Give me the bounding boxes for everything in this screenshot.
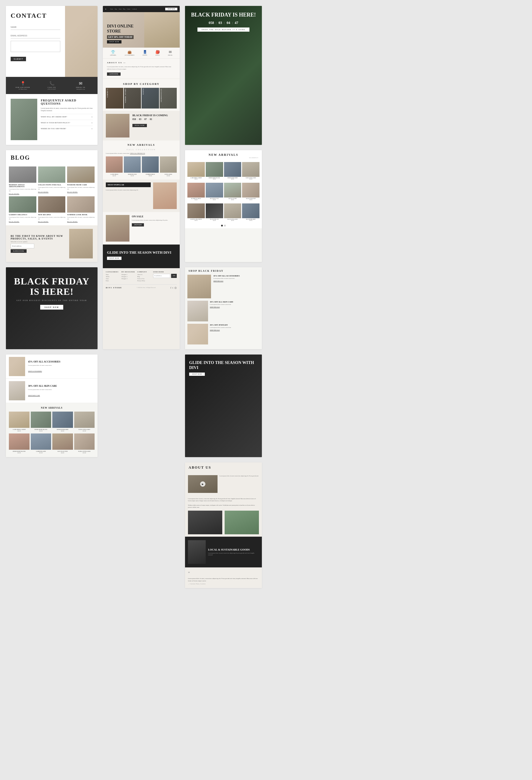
nav-link-lookbook[interactable]: Lookbook <box>132 8 137 10</box>
store-about-learn-more-button[interactable]: LEARN MORE <box>107 72 120 76</box>
blog-post-6: SUMMER LOOK BOOK Lorem ipsum dolor sit a… <box>67 196 95 223</box>
twitter-icon[interactable]: t <box>172 286 173 289</box>
contact-phone-sub: (555) 123-4567 <box>39 88 65 90</box>
right-about-card: ABOUT US ▶ Lorem ipsum dolor sit amet co… <box>185 462 262 588</box>
contact-submit-button[interactable]: SUBMIT <box>11 57 26 61</box>
category-sweat-shirts[interactable]: SWEAT SHIRTS <box>124 88 141 108</box>
footer-link-shop[interactable]: Shop <box>106 274 120 275</box>
blog-subscribe-button[interactable]: SUBSCRIBE <box>11 249 26 253</box>
play-button[interactable]: ▶ <box>200 481 205 487</box>
contact-location-item: 📍 OUR LOCATION 123 Main Street <box>8 80 37 91</box>
right-bf-hours: 03 <box>218 21 222 25</box>
store-icon-apparel: 👕APPAREL <box>110 50 116 56</box>
blog-post-2: COLLECTIONS FOR FALL Lorem ipsum dolor s… <box>38 166 66 195</box>
nav-link-about[interactable]: About <box>118 8 121 10</box>
faq-plus-icon-2: + <box>91 121 93 125</box>
mini-price-7: $24.00 <box>52 452 73 453</box>
blog-subscribe-section: BE THE FIRST TO KNOW ABOUT NEW PRODUCTS,… <box>6 225 98 262</box>
right-about-image-nature <box>225 510 259 534</box>
blog-read-more-2[interactable]: READ MORE <box>38 191 66 193</box>
store-footer-bottom: DIVI STORE © 2024 Divi Store. All Rights… <box>106 284 177 289</box>
nav-link-home[interactable]: Home <box>110 8 113 10</box>
blog-read-more-5[interactable]: READ MORE <box>38 221 66 222</box>
blog-subscribe-input[interactable] <box>11 244 34 248</box>
bf-hero-sub: GET OUR BIGGEST DISCOUNTS OF THE ENTIRE … <box>12 299 92 301</box>
footer-link-designer3[interactable]: Designer 3 <box>121 278 136 280</box>
right-glide-shop-button[interactable]: SHOP NOW <box>189 373 205 376</box>
right-na-item-6: BLACK HAT COAT $55.00 <box>206 183 223 200</box>
arrival-image-1 <box>106 156 123 173</box>
pagination-dot-1[interactable] <box>221 225 223 227</box>
right-na-item-5: BLANKET SCARVES $24.00 <box>188 183 205 200</box>
right-na-row-1: A-LINE DRESS CARDIFF $45.00 DENIM SHORT … <box>185 160 262 182</box>
contact-message-input[interactable] <box>11 41 60 52</box>
category-tshirts-label: T-SHIRTS <box>106 88 123 108</box>
instagram-icon[interactable]: ◎ <box>174 286 177 289</box>
footer-link-designer1[interactable]: Designer 1 <box>121 274 136 275</box>
nav-link-shop[interactable]: Shop <box>115 8 117 10</box>
store-card: ● Home Shop About Blog Contact Lookbook … <box>103 6 180 349</box>
category-tshirts[interactable]: T-SHIRTS <box>106 88 123 108</box>
blog-read-more-1[interactable]: READ MORE <box>9 193 36 195</box>
right-about-video[interactable]: ▶ <box>188 475 217 493</box>
blog-read-more-3[interactable]: READ MORE <box>67 191 95 193</box>
right-testimonial-section: " Lorem ipsum dolor sit amet, consectetu… <box>185 568 262 588</box>
footer-link-designer2[interactable]: Designer 2 <box>121 276 136 277</box>
footer-subscribe-input[interactable] <box>153 274 170 278</box>
shop-bf-item-2: 30% OFF ALL SKIN CARE Lorem ipsum dolor … <box>6 379 98 403</box>
footer-link-blog[interactable]: Blog <box>138 276 151 277</box>
store-bf-image <box>106 114 129 138</box>
footer-link-jeans[interactable]: Jeans <box>106 278 120 280</box>
right-shop-link-3[interactable]: SHOP THE SALE <box>210 329 231 331</box>
right-shop-item-1: 45% OFF ALL ACCESSORIES Lorem ipsum dolo… <box>188 275 260 298</box>
blog-post-text-2: Lorem ipsum dolor sit amet, consectetur … <box>38 187 66 190</box>
category-pants[interactable]: PANTS <box>142 88 159 108</box>
arrival-price-3: $38.00 <box>142 175 159 177</box>
bf-hero-shop-button[interactable]: SHOP NOW <box>40 305 63 309</box>
right-bf-shop-button[interactable]: SHOP THE SALE BEFORE IT'S GONE <box>198 28 250 32</box>
shop-bf-link-2[interactable]: SHOP SKIN CARE <box>28 395 40 396</box>
blog-post-title-2: COLLECTIONS FOR FALL <box>38 184 66 186</box>
store-sale-shop-button[interactable]: SHOP NOW <box>132 223 144 227</box>
footer-link-tshirts[interactable]: Tshirts <box>106 276 120 277</box>
faq-item-2[interactable]: WHAT IS YOUR RETURN POLICY? + <box>41 120 93 126</box>
faq-item-3[interactable]: WHERE DO YOU SHIP FROM? + <box>41 126 93 132</box>
mail-icon: ✉ <box>168 50 173 54</box>
nav-link-blog[interactable]: Blog <box>123 8 125 10</box>
blog-read-more-6[interactable]: READ MORE <box>67 221 95 222</box>
contact-name-input[interactable] <box>11 25 60 30</box>
store-nav-shop-button[interactable]: SHOP NOW <box>165 8 177 10</box>
footer-subscribe-form: JOIN <box>153 274 177 278</box>
view-all-link[interactable]: VIEW ALL PRODUCTS <box>130 153 145 154</box>
nav-link-contact[interactable]: Contact <box>127 8 130 10</box>
pagination-dot-2[interactable] <box>224 225 226 227</box>
faq-item-1[interactable]: WHEN WILL MY ORDER SHIP? + <box>41 114 93 120</box>
blog-title: BLOG <box>11 154 93 161</box>
contact-email-input[interactable] <box>11 33 60 39</box>
facebook-icon[interactable]: f <box>170 286 171 289</box>
footer-link-pants[interactable]: Pants <box>106 280 120 282</box>
blog-read-more-4[interactable]: READ MORE <box>9 221 36 222</box>
mini-item-1: A-LINE DRESS CARDIFF $45.00 <box>9 411 30 432</box>
footer-link-privacy[interactable]: Privacy Policy <box>138 280 151 282</box>
category-sweat-label: SWEAT SHIRTS <box>124 88 141 108</box>
footer-link-about[interactable]: About Us <box>138 274 151 275</box>
store-hero-shop-button[interactable]: SHOP NOW <box>107 40 121 44</box>
store-footer-copyright: © 2024 Divi Store. All Rights Reserved. <box>137 287 156 288</box>
location-icon: 📍 <box>9 81 36 86</box>
right-shop-link-2[interactable]: SHOP THE SALE <box>210 306 233 308</box>
store-bf-book-button[interactable]: BOOK NOW <box>132 124 147 127</box>
arrival-price-2: $32.00 <box>124 175 141 177</box>
category-accessories-label: ACCESSORIES <box>160 88 177 108</box>
category-accessories[interactable]: ACCESSORIES <box>160 88 177 108</box>
footer-subscribe-button[interactable]: JOIN <box>171 274 177 278</box>
footer-link-terms[interactable]: Terms of Use <box>138 278 151 280</box>
shop-bf-link-1[interactable]: SHOP ACCESSORIES <box>28 371 42 372</box>
mini-price-5: $32.00 <box>9 452 30 453</box>
pants-icon: 👖 <box>143 50 147 54</box>
right-na-filter[interactable]: RECOMMEND ▼ <box>189 157 258 158</box>
contact-email-label: EMAIL US <box>67 87 94 88</box>
right-shop-link-1[interactable]: SHOP THE SALE <box>213 280 240 282</box>
store-glide-shop-button[interactable]: SHOP NOW <box>107 257 121 260</box>
right-na-price-9: $42.00 <box>188 220 205 221</box>
